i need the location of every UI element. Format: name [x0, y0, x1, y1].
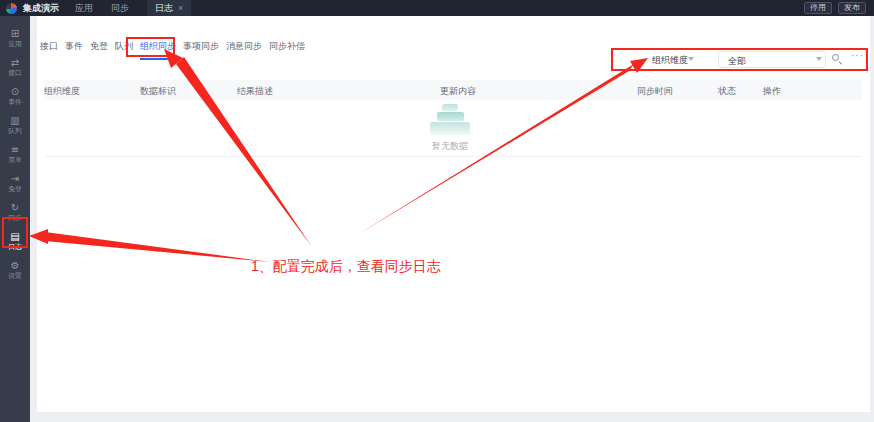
empty-text: 暂无数据 [410, 140, 490, 153]
chevron-down-icon [816, 57, 822, 61]
tab-sync-compensation[interactable]: 同步补偿 [269, 40, 305, 60]
table-row-divider [44, 156, 862, 157]
chevron-down-icon [688, 57, 694, 61]
sidebar: ⊞ 应用 ⇄ 接口 ⊙ 事件 ▥ 队列 ≡ 菜单 ⇥ 免登 ↻ 同步 ▤ 日志 [0, 16, 30, 422]
tab-task-sync[interactable]: 事项同步 [183, 40, 219, 60]
sync-icon: ↻ [11, 202, 19, 213]
search-icon[interactable] [832, 54, 843, 65]
publish-button[interactable]: 发布 [838, 2, 866, 14]
sidebar-item-sso[interactable]: ⇥ 免登 [0, 168, 30, 197]
events-icon: ⊙ [11, 86, 19, 97]
col-org-dimension: 组织维度 [44, 85, 80, 98]
col-sync-time: 同步时间 [637, 85, 673, 98]
sidebar-item-settings[interactable]: ⚙ 设置 [0, 255, 30, 284]
sidebar-item-apps[interactable]: ⊞ 应用 [0, 23, 30, 52]
filter-field-select[interactable]: 组织维度 [652, 54, 688, 67]
topbar: 集成演示 应用 同步 日志 × 停用 发布 [0, 0, 874, 16]
gear-icon: ⚙ [11, 260, 20, 271]
more-actions-icon[interactable]: ··· [851, 50, 864, 61]
col-result-desc: 结果描述 [237, 85, 273, 98]
empty-state: 暂无数据 [410, 104, 490, 153]
col-actions: 操作 [763, 85, 781, 98]
sidebar-item-menu[interactable]: ≡ 菜单 [0, 139, 30, 168]
disable-button[interactable]: 停用 [804, 2, 832, 14]
topmenu-apps[interactable]: 应用 [75, 2, 93, 15]
tab-sso[interactable]: 免登 [90, 40, 108, 60]
col-status: 状态 [718, 85, 736, 98]
annotation-step-text: 1、配置完成后，查看同步日志 [251, 258, 441, 276]
tab-message-sync[interactable]: 消息同步 [226, 40, 262, 60]
tab-queue[interactable]: 队列 [115, 40, 133, 60]
topmenu-sync[interactable]: 同步 [111, 2, 129, 15]
queue-icon: ▥ [10, 115, 19, 126]
table-header: 组织维度 数据标识 结果描述 更新内容 同步时间 状态 操作 [44, 80, 862, 100]
empty-illustration [410, 104, 490, 135]
tab-org-sync[interactable]: 组织同步 [140, 40, 176, 60]
menu-icon: ≡ [11, 144, 19, 155]
topbar-tab-label: 日志 [155, 2, 173, 15]
topbar-actions: 停用 发布 [804, 2, 874, 14]
sidebar-item-logs[interactable]: ▤ 日志 [0, 226, 30, 255]
sidebar-item-events[interactable]: ⊙ 事件 [0, 81, 30, 110]
app-title: 集成演示 [23, 2, 59, 15]
log-type-tabs: 接口 事件 免登 队列 组织同步 事项同步 消息同步 同步补偿 [40, 40, 305, 60]
screen: 集成演示 应用 同步 日志 × 停用 发布 ⊞ 应用 ⇄ 接口 ⊙ 事件 ▥ 队… [0, 0, 874, 422]
sidebar-item-api[interactable]: ⇄ 接口 [0, 52, 30, 81]
sidebar-item-sync[interactable]: ↻ 同步 [0, 197, 30, 226]
filter-value-select[interactable]: 全部 [718, 51, 826, 68]
app-logo-icon [6, 3, 17, 14]
api-icon: ⇄ [11, 57, 19, 68]
close-tab-icon[interactable]: × [178, 3, 183, 13]
tab-events[interactable]: 事件 [65, 40, 83, 60]
tab-api[interactable]: 接口 [40, 40, 58, 60]
sso-login-icon: ⇥ [11, 173, 19, 184]
col-update-content: 更新内容 [440, 85, 476, 98]
sidebar-item-queue[interactable]: ▥ 队列 [0, 110, 30, 139]
main-content [37, 16, 870, 412]
col-data-id: 数据标识 [140, 85, 176, 98]
topbar-tab-logs[interactable]: 日志 × [147, 0, 191, 16]
logs-icon: ▤ [10, 231, 19, 242]
apps-icon: ⊞ [11, 28, 19, 39]
